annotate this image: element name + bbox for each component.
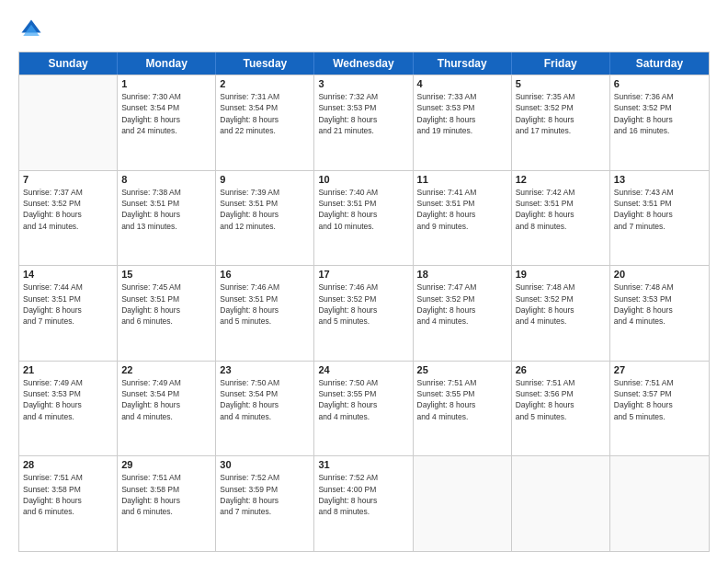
cell-info-text: Sunrise: 7:31 AMSunset: 3:54 PMDaylight:…: [220, 91, 310, 136]
header: [18, 17, 710, 42]
calendar-cell: 23Sunrise: 7:50 AMSunset: 3:54 PMDayligh…: [216, 362, 314, 456]
cell-date-number: 1: [121, 78, 211, 89]
calendar-cell: 17Sunrise: 7:46 AMSunset: 3:52 PMDayligh…: [314, 266, 413, 361]
cell-info-text: Sunrise: 7:52 AMSunset: 4:00 PMDaylight:…: [318, 472, 408, 517]
cell-date-number: 24: [318, 364, 408, 375]
calendar-cell: 16Sunrise: 7:46 AMSunset: 3:51 PMDayligh…: [216, 266, 314, 361]
cell-date-number: 23: [220, 364, 310, 375]
calendar-cell: 31Sunrise: 7:52 AMSunset: 4:00 PMDayligh…: [314, 456, 413, 551]
cell-date-number: 12: [516, 174, 606, 185]
cell-info-text: Sunrise: 7:35 AMSunset: 3:52 PMDaylight:…: [516, 91, 606, 136]
cell-info-text: Sunrise: 7:50 AMSunset: 3:55 PMDaylight:…: [318, 377, 408, 422]
cell-info-text: Sunrise: 7:46 AMSunset: 3:51 PMDaylight:…: [220, 282, 310, 327]
calendar-cell: 5Sunrise: 7:35 AMSunset: 3:52 PMDaylight…: [512, 75, 610, 170]
calendar-week-row: 28Sunrise: 7:51 AMSunset: 3:58 PMDayligh…: [19, 455, 709, 551]
cell-info-text: Sunrise: 7:47 AMSunset: 3:52 PMDaylight:…: [417, 282, 507, 327]
calendar-cell: 19Sunrise: 7:48 AMSunset: 3:52 PMDayligh…: [512, 266, 610, 361]
calendar-cell: 22Sunrise: 7:49 AMSunset: 3:54 PMDayligh…: [118, 362, 216, 456]
calendar-cell: 15Sunrise: 7:45 AMSunset: 3:51 PMDayligh…: [118, 266, 216, 361]
weekday-header: Friday: [512, 52, 610, 75]
cell-info-text: Sunrise: 7:37 AMSunset: 3:52 PMDaylight:…: [23, 187, 113, 232]
cell-date-number: 25: [417, 364, 507, 375]
cell-date-number: 13: [614, 174, 705, 185]
calendar-cell: 20Sunrise: 7:48 AMSunset: 3:53 PMDayligh…: [610, 266, 709, 361]
cell-info-text: Sunrise: 7:42 AMSunset: 3:51 PMDaylight:…: [516, 187, 606, 232]
cell-info-text: Sunrise: 7:45 AMSunset: 3:51 PMDaylight:…: [121, 282, 211, 327]
cell-info-text: Sunrise: 7:40 AMSunset: 3:51 PMDaylight:…: [318, 187, 408, 232]
cell-info-text: Sunrise: 7:49 AMSunset: 3:53 PMDaylight:…: [23, 377, 113, 422]
calendar-cell: 12Sunrise: 7:42 AMSunset: 3:51 PMDayligh…: [512, 171, 610, 266]
calendar-cell: 21Sunrise: 7:49 AMSunset: 3:53 PMDayligh…: [19, 362, 118, 456]
page: SundayMondayTuesdayWednesdayThursdayFrid…: [0, 0, 728, 563]
cell-date-number: 20: [614, 269, 705, 280]
cell-date-number: 7: [23, 174, 113, 185]
cell-info-text: Sunrise: 7:46 AMSunset: 3:52 PMDaylight:…: [318, 282, 408, 327]
cell-date-number: 2: [220, 78, 310, 89]
cell-info-text: Sunrise: 7:38 AMSunset: 3:51 PMDaylight:…: [121, 187, 211, 232]
cell-date-number: 4: [417, 78, 507, 89]
cell-info-text: Sunrise: 7:51 AMSunset: 3:57 PMDaylight:…: [614, 377, 705, 422]
cell-info-text: Sunrise: 7:48 AMSunset: 3:52 PMDaylight:…: [516, 282, 606, 327]
calendar-cell: 2Sunrise: 7:31 AMSunset: 3:54 PMDaylight…: [216, 75, 314, 170]
calendar-cell: 14Sunrise: 7:44 AMSunset: 3:51 PMDayligh…: [19, 266, 118, 361]
cell-info-text: Sunrise: 7:36 AMSunset: 3:52 PMDaylight:…: [614, 91, 705, 136]
calendar-cell: [414, 456, 512, 551]
cell-date-number: 8: [121, 174, 211, 185]
calendar-week-row: 14Sunrise: 7:44 AMSunset: 3:51 PMDayligh…: [19, 265, 709, 361]
calendar-cell: 25Sunrise: 7:51 AMSunset: 3:55 PMDayligh…: [414, 362, 512, 456]
cell-info-text: Sunrise: 7:51 AMSunset: 3:58 PMDaylight:…: [23, 472, 113, 517]
cell-date-number: 17: [318, 269, 408, 280]
cell-info-text: Sunrise: 7:43 AMSunset: 3:51 PMDaylight:…: [614, 187, 705, 232]
cell-info-text: Sunrise: 7:51 AMSunset: 3:56 PMDaylight:…: [516, 377, 606, 422]
cell-date-number: 6: [614, 78, 705, 89]
cell-date-number: 22: [121, 364, 211, 375]
calendar: SundayMondayTuesdayWednesdayThursdayFrid…: [18, 52, 710, 552]
calendar-cell: 24Sunrise: 7:50 AMSunset: 3:55 PMDayligh…: [314, 362, 413, 456]
cell-info-text: Sunrise: 7:39 AMSunset: 3:51 PMDaylight:…: [220, 187, 310, 232]
calendar-body: 1Sunrise: 7:30 AMSunset: 3:54 PMDaylight…: [19, 75, 709, 551]
calendar-cell: 3Sunrise: 7:32 AMSunset: 3:53 PMDaylight…: [314, 75, 413, 170]
cell-date-number: 18: [417, 269, 507, 280]
cell-date-number: 31: [318, 459, 408, 470]
cell-date-number: 11: [417, 174, 507, 185]
calendar-cell: [19, 75, 118, 170]
cell-date-number: 15: [121, 269, 211, 280]
cell-info-text: Sunrise: 7:49 AMSunset: 3:54 PMDaylight:…: [121, 377, 211, 422]
weekday-header: Sunday: [19, 52, 118, 75]
calendar-cell: 8Sunrise: 7:38 AMSunset: 3:51 PMDaylight…: [118, 171, 216, 266]
cell-date-number: 26: [516, 364, 606, 375]
weekday-header: Wednesday: [314, 52, 413, 75]
cell-date-number: 28: [23, 459, 113, 470]
cell-date-number: 27: [614, 364, 705, 375]
cell-date-number: 3: [318, 78, 408, 89]
cell-date-number: 30: [220, 459, 310, 470]
cell-info-text: Sunrise: 7:48 AMSunset: 3:53 PMDaylight:…: [614, 282, 705, 327]
cell-info-text: Sunrise: 7:51 AMSunset: 3:55 PMDaylight:…: [417, 377, 507, 422]
calendar-week-row: 7Sunrise: 7:37 AMSunset: 3:52 PMDaylight…: [19, 170, 709, 266]
calendar-cell: 27Sunrise: 7:51 AMSunset: 3:57 PMDayligh…: [610, 362, 709, 456]
cell-date-number: 5: [516, 78, 606, 89]
calendar-cell: 30Sunrise: 7:52 AMSunset: 3:59 PMDayligh…: [216, 456, 314, 551]
cell-date-number: 16: [220, 269, 310, 280]
cell-date-number: 10: [318, 174, 408, 185]
cell-info-text: Sunrise: 7:50 AMSunset: 3:54 PMDaylight:…: [220, 377, 310, 422]
calendar-cell: 28Sunrise: 7:51 AMSunset: 3:58 PMDayligh…: [19, 456, 118, 551]
calendar-week-row: 21Sunrise: 7:49 AMSunset: 3:53 PMDayligh…: [19, 361, 709, 456]
calendar-header: SundayMondayTuesdayWednesdayThursdayFrid…: [19, 52, 709, 75]
calendar-cell: 9Sunrise: 7:39 AMSunset: 3:51 PMDaylight…: [216, 171, 314, 266]
logo-icon: [18, 17, 44, 42]
calendar-cell: 10Sunrise: 7:40 AMSunset: 3:51 PMDayligh…: [314, 171, 413, 266]
calendar-cell: 29Sunrise: 7:51 AMSunset: 3:58 PMDayligh…: [118, 456, 216, 551]
calendar-cell: 4Sunrise: 7:33 AMSunset: 3:53 PMDaylight…: [414, 75, 512, 170]
cell-info-text: Sunrise: 7:52 AMSunset: 3:59 PMDaylight:…: [220, 472, 310, 517]
cell-date-number: 9: [220, 174, 310, 185]
cell-info-text: Sunrise: 7:44 AMSunset: 3:51 PMDaylight:…: [23, 282, 113, 327]
calendar-cell: 7Sunrise: 7:37 AMSunset: 3:52 PMDaylight…: [19, 171, 118, 266]
calendar-cell: 26Sunrise: 7:51 AMSunset: 3:56 PMDayligh…: [512, 362, 610, 456]
calendar-cell: 13Sunrise: 7:43 AMSunset: 3:51 PMDayligh…: [610, 171, 709, 266]
cell-date-number: 14: [23, 269, 113, 280]
calendar-cell: 18Sunrise: 7:47 AMSunset: 3:52 PMDayligh…: [414, 266, 512, 361]
weekday-header: Thursday: [414, 52, 512, 75]
calendar-cell: [610, 456, 709, 551]
weekday-header: Saturday: [610, 52, 709, 75]
